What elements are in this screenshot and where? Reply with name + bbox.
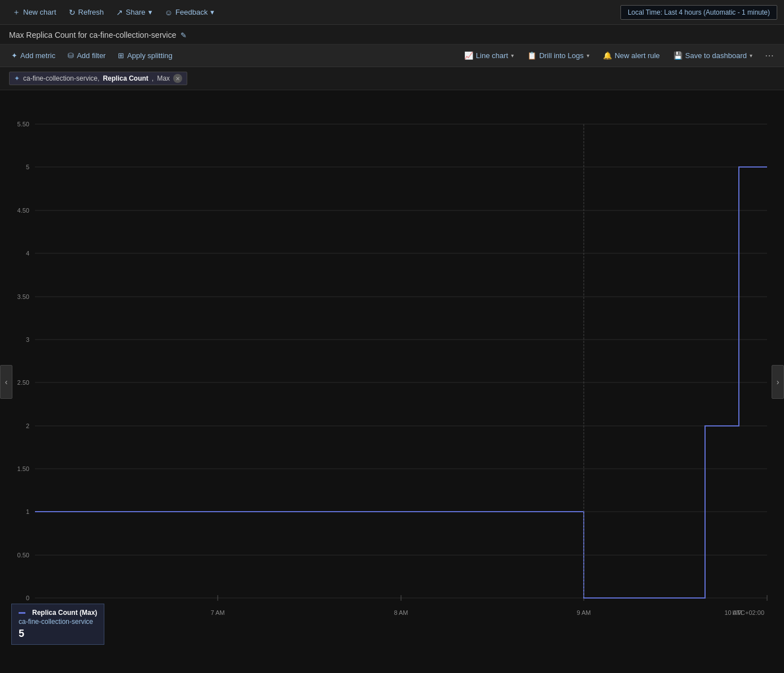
legend-subtitle: ca-fine-collection-service [19,618,97,626]
svg-text:8 AM: 8 AM [394,609,408,616]
new-alert-rule-button[interactable]: 🔔 New alert rule [597,49,666,63]
share-icon: ↗ [116,8,123,17]
legend-value: 5 [19,628,97,640]
edit-title-icon[interactable]: ✎ [180,31,187,39]
metric-tag-bar: ✦ ca-fine-collection-service, Replica Co… [0,67,784,90]
line-chart-button[interactable]: 📈 Line chart ▾ [459,49,519,63]
chart-svg: 5.50 5 4.50 4 3.50 3 2.50 2 1.50 [0,90,784,632]
chart-nav-right-button[interactable]: › [772,365,784,399]
metric-tag-icon: ✦ [14,74,20,82]
more-icon: ⋯ [765,51,774,60]
save-to-dashboard-button[interactable]: 💾 Save to dashboard ▾ [668,49,758,63]
svg-text:4: 4 [26,250,29,257]
new-chart-button[interactable]: ＋ New chart [7,4,62,21]
chart-legend: Replica Count (Max) ca-fine-collection-s… [11,604,104,645]
svg-text:UTC+02:00: UTC+02:00 [732,609,764,616]
metric-tag-remove-button[interactable]: ✕ [173,74,182,83]
svg-text:5.50: 5.50 [17,121,29,127]
svg-text:7 AM: 7 AM [210,609,224,616]
feedback-chevron-icon: ▾ [210,8,214,16]
feedback-button[interactable]: ☺ Feedback ▾ [159,5,220,20]
toolbar: ✦ Add metric ⛁ Add filter ⊞ Apply splitt… [0,45,784,67]
drill-logs-chevron-icon: ▾ [587,52,589,59]
svg-text:3.50: 3.50 [17,293,29,300]
top-bar-left: ＋ New chart ↻ Refresh ↗ Share ▾ ☺ Feedba… [7,4,618,21]
add-metric-button[interactable]: ✦ Add metric [6,49,61,63]
svg-text:2.50: 2.50 [17,379,29,386]
chart-container: ‹ › 5.50 5 4.50 4 3.50 3 [0,90,784,673]
save-dashboard-chevron-icon: ▾ [750,52,752,59]
time-range-button[interactable]: Local Time: Last 4 hours (Automatic - 1 … [620,5,777,20]
alert-rule-icon: 🔔 [603,51,612,60]
svg-text:1: 1 [26,508,29,515]
svg-text:3: 3 [26,336,29,343]
add-filter-icon: ⛁ [68,51,74,60]
legend-label-row: Replica Count (Max) [19,609,97,617]
top-bar: ＋ New chart ↻ Refresh ↗ Share ▾ ☺ Feedba… [0,0,784,25]
add-metric-icon: ✦ [11,51,17,60]
share-chevron-icon: ▾ [148,8,152,16]
add-filter-button[interactable]: ⛁ Add filter [62,49,111,63]
line-chart-icon: 📈 [464,51,473,60]
toolbar-left: ✦ Add metric ⛁ Add filter ⊞ Apply splitt… [6,49,178,63]
title-bar: Max Replica Count for ca-fine-collection… [0,25,784,45]
svg-text:2: 2 [26,423,29,429]
new-chart-icon: ＋ [12,7,20,17]
refresh-icon: ↻ [69,8,76,17]
legend-color-indicator [19,612,25,614]
svg-text:5: 5 [26,164,29,170]
top-bar-right: Local Time: Last 4 hours (Automatic - 1 … [620,5,777,20]
apply-splitting-button[interactable]: ⊞ Apply splitting [112,49,178,63]
refresh-button[interactable]: ↻ Refresh [63,5,110,20]
svg-text:1.50: 1.50 [17,465,29,472]
share-button[interactable]: ↗ Share ▾ [111,5,158,20]
drill-logs-icon: 📋 [527,51,536,60]
chart-nav-left-button[interactable]: ‹ [0,365,12,399]
main-content: Max Replica Count for ca-fine-collection… [0,25,784,673]
toolbar-right: 📈 Line chart ▾ 📋 Drill into Logs ▾ 🔔 New… [459,47,778,64]
drill-into-logs-button[interactable]: 📋 Drill into Logs ▾ [522,49,595,63]
chart-title: Max Replica Count for ca-fine-collection… [9,30,176,39]
svg-text:0: 0 [26,595,29,601]
svg-text:4.50: 4.50 [17,207,29,214]
apply-splitting-icon: ⊞ [118,51,124,60]
svg-text:9 AM: 9 AM [576,609,591,616]
svg-text:0.50: 0.50 [17,552,29,558]
save-dashboard-icon: 💾 [673,51,682,60]
metric-tag: ✦ ca-fine-collection-service, Replica Co… [9,72,187,85]
feedback-icon: ☺ [165,8,173,17]
metric-service: ca-fine-collection-service, [23,74,99,82]
line-chart-chevron-icon: ▾ [511,52,514,59]
more-options-button[interactable]: ⋯ [760,47,778,64]
metric-name: Replica Count [103,74,148,82]
metric-aggregation: Max [157,74,170,82]
legend-title: Replica Count (Max) [32,609,97,617]
